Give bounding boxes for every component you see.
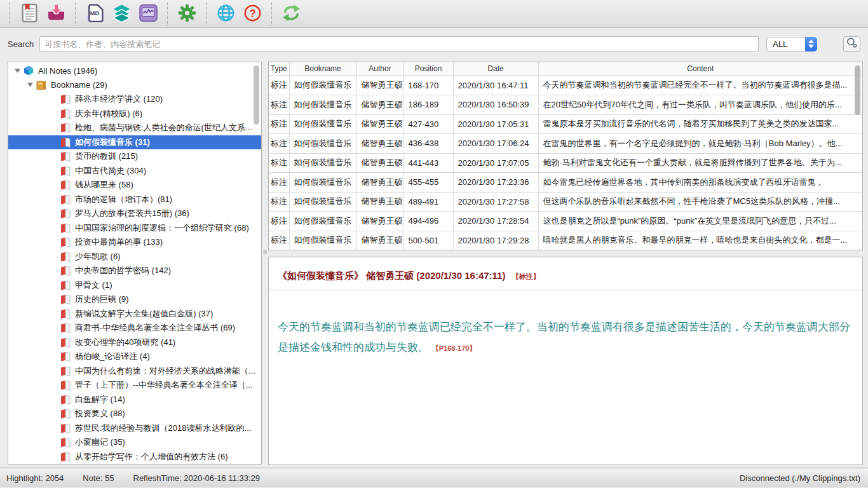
cell-author: 储智勇王硕: [356, 134, 403, 154]
tree-item-book[interactable]: 如何假装懂音乐 (31): [8, 135, 261, 150]
statistics-chart-icon: [139, 3, 158, 25]
cell-content: 鲍勃·马利对雷鬼文化还有一个重大贡献，就是将脏辫传播到了世界各地。关于为...: [538, 153, 862, 173]
toolbar-separator: [75, 3, 76, 25]
column-header-author[interactable]: Author: [356, 62, 403, 76]
cell-position: 186-189: [403, 95, 453, 115]
column-header-date[interactable]: Date: [453, 62, 538, 76]
detail-body: 今天的节奏蓝调和当初的节奏蓝调已经完全不一样了。当初的节奏蓝调有很多是描述困苦生…: [278, 317, 853, 358]
disclosure-triangle-icon[interactable]: [12, 69, 23, 73]
notes-document-button[interactable]: [18, 3, 41, 25]
tree-item-bookname[interactable]: Bookname (29): [8, 78, 261, 93]
detail-title: 《如何假装懂音乐》 储智勇王硕 (2020/1/30 16:47:11) 【标注…: [278, 270, 853, 282]
cell-author: 储智勇王硕: [356, 114, 403, 134]
tree-item-label: Bookname (29): [51, 80, 107, 90]
tree-item-label: 罗马人的故事(套装共15册) (36): [75, 208, 189, 219]
refresh-button[interactable]: [280, 3, 302, 25]
search-input[interactable]: [39, 36, 759, 52]
layers-button[interactable]: [110, 3, 133, 25]
note-count: Note: 55: [83, 473, 114, 483]
cell-type: 标注: [269, 173, 289, 193]
help-button[interactable]: ?: [241, 3, 264, 25]
cell-date: 2020/1/30 17:07:05: [453, 153, 538, 173]
tree-item-book[interactable]: 改变心理学的40项研究 (41): [8, 336, 261, 350]
tree-item-book[interactable]: 中国为什么有前途：对外经济关系的战略潜能（...: [8, 364, 261, 379]
sidebar-scrollbar[interactable]: [254, 65, 259, 125]
note-row[interactable]: 标注如何假装懂音乐储智勇王硕500-5012020/1/30 17:29:28嘻…: [269, 231, 862, 250]
magnifier-icon: [846, 37, 858, 51]
note-row[interactable]: 标注如何假装懂音乐储智勇王硕186-1892020/1/30 16:50:39在…: [269, 95, 862, 115]
bookname-group-icon: [36, 79, 47, 91]
import-download-icon: [46, 3, 66, 25]
book-icon: [60, 337, 71, 348]
tree-item-book[interactable]: 中国古代简史 (304): [8, 164, 261, 179]
notes-table-pane: TypeBooknameAuthorPositionDateContent 标注…: [268, 62, 863, 250]
cell-bookname: 如何假装懂音乐: [289, 173, 356, 193]
disclosure-triangle-icon[interactable]: [25, 83, 36, 87]
tree-item-book[interactable]: 中国国家治理的制度逻辑：一个组织学研究 (68): [8, 221, 261, 236]
tree-item-book[interactable]: 从零开始学写作：个人增值的有效方法 (6): [8, 450, 261, 464]
toolbar-separator: [167, 3, 168, 25]
tree-item-book[interactable]: 庆余年(精校版) (6): [8, 107, 261, 121]
tree-item-book[interactable]: 投资要义 (88): [8, 407, 261, 421]
table-scrollbar[interactable]: [855, 65, 860, 115]
tree-item-book[interactable]: 历史的巨镜 (9): [8, 292, 261, 307]
tree-item-label: 薛兆丰经济学讲义 (120): [75, 93, 163, 105]
cell-content: 但这两个乐队的音乐听起来截然不同，性手枪沿袭了MC5这类乐队的风格，冲撞...: [538, 192, 862, 212]
column-header-type[interactable]: Type: [269, 62, 289, 76]
cell-bookname: 如何假装懂音乐: [289, 134, 356, 154]
tree-item-book[interactable]: 投资中最简单的事 (133): [8, 235, 261, 250]
settings-button[interactable]: [175, 3, 198, 25]
note-row[interactable]: 标注如何假装懂音乐储智勇王硕441-4432020/1/30 17:07:05鲍…: [269, 153, 862, 173]
cell-position: 500-501: [403, 231, 453, 250]
tree-item-label: All Notes (1946): [38, 66, 97, 76]
cell-bookname: 如何假装懂音乐: [289, 212, 356, 231]
tree-item-book[interactable]: 中央帝国的哲学密码 (142): [8, 264, 261, 278]
note-row[interactable]: 标注如何假装懂音乐储智勇王硕168-1702020/1/30 16:47:11今…: [269, 76, 862, 95]
statistics-button[interactable]: [137, 3, 159, 25]
filter-select-value: ALL: [767, 39, 805, 49]
tree-item-label: 中国古代简史 (304): [75, 165, 146, 177]
tree-item-book[interactable]: 枪炮、病菌与钢铁:人类社会的命运(世纪人文系...: [8, 121, 261, 135]
tree-item-label: 钱从哪里来 (58): [75, 179, 133, 191]
tree-item-book[interactable]: 少年凯歌 (6): [8, 250, 261, 264]
tree-item-book[interactable]: 货币的教训 (215): [8, 149, 261, 164]
search-button[interactable]: [843, 36, 860, 52]
tree-item-book[interactable]: 薛兆丰经济学讲义 (120): [8, 92, 261, 107]
cell-date: 2020/1/30 17:27:58: [453, 192, 538, 212]
tree-item-book[interactable]: 小窗幽记 (35): [8, 435, 261, 450]
splitter-handle[interactable]: [263, 250, 267, 254]
toolbar-separator: [10, 3, 10, 25]
highlight-count: Hightlight: 2054: [6, 473, 64, 483]
cell-position: 441-443: [403, 153, 453, 173]
tree-item-book[interactable]: 白鱼解字 (14): [8, 393, 261, 407]
column-header-bookname[interactable]: Bookname: [289, 62, 356, 76]
tree-item-book[interactable]: 新编说文解字大全集(超值白金版) (37): [8, 307, 261, 322]
tree-item-label: 杨伯峻_论语译注 (4): [75, 351, 150, 362]
connection-status: Disconnected (./My Clippings.txt): [740, 473, 860, 483]
note-row[interactable]: 标注如何假装懂音乐储智勇王硕489-4912020/1/30 17:27:58但…: [269, 192, 862, 212]
note-row[interactable]: 标注如何假装懂音乐储智勇王硕427-4302020/1/30 17:05:31雷…: [269, 114, 862, 134]
tree-item-book[interactable]: 甲骨文 (1): [8, 278, 261, 293]
tree-item-book[interactable]: 市场的逻辑（增订本）(81): [8, 193, 261, 207]
cell-position: 494-496: [403, 212, 453, 231]
tree-item-book[interactable]: 苏世民:我的经验与教训（2018读桥水达利欧的...: [8, 421, 261, 436]
note-row[interactable]: 标注如何假装懂音乐储智勇王硕436-4382020/1/30 17:06:24在…: [269, 134, 862, 154]
note-row[interactable]: 标注如何假装懂音乐储智勇王硕455-4552020/1/30 17:23:36如…: [269, 173, 862, 193]
cell-type: 标注: [269, 134, 289, 154]
filter-select[interactable]: ALL: [766, 37, 817, 51]
column-header-content[interactable]: Content: [538, 62, 862, 76]
tree-item-book[interactable]: 钱从哪里来 (58): [8, 178, 261, 193]
website-button[interactable]: [214, 3, 237, 25]
note-row[interactable]: 标注如何假装懂音乐储智勇王硕494-4962020/1/30 17:28:54这…: [269, 212, 862, 231]
tree-item-book[interactable]: 罗马人的故事(套装共15册) (36): [8, 207, 261, 221]
export-markdown-button[interactable]: MD: [83, 3, 106, 25]
tree-item-all-notes[interactable]: All Notes (1946): [8, 64, 261, 78]
book-icon: [60, 294, 71, 305]
tree-item-book[interactable]: 商君书-中华经典名著全本全注全译丛书 (69): [8, 321, 261, 336]
tree-item-book[interactable]: 管子（上下册）--中华经典名著全本全注全译（...: [8, 378, 261, 393]
cell-bookname: 如何假装懂音乐: [289, 153, 356, 173]
import-clippings-button[interactable]: [44, 3, 67, 25]
tree-item-book[interactable]: 杨伯峻_论语译注 (4): [8, 349, 261, 364]
sidebar-tree: All Notes (1946)Bookname (29)薛兆丰经济学讲义 (1…: [8, 62, 262, 464]
column-header-position[interactable]: Position: [403, 62, 453, 76]
